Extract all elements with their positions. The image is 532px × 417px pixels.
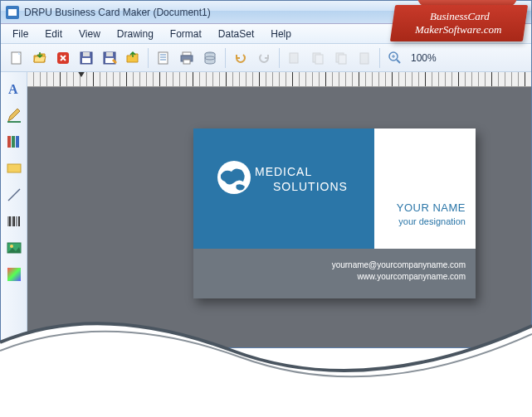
svg-rect-24 [360,53,368,64]
horizontal-ruler[interactable] [27,72,531,87]
save-button[interactable] [76,47,97,69]
paste-button[interactable] [330,47,352,69]
svg-rect-14 [183,52,191,56]
svg-rect-6 [82,58,90,63]
open-button[interactable] [29,47,51,69]
svg-line-35 [8,189,20,201]
database-button[interactable] [199,47,221,69]
barcode-tool[interactable] [4,211,24,231]
app-window: DRPU Business Card Maker (Document1) Fil… [0,0,532,348]
copy-button[interactable] [307,47,329,69]
card-name: YOUR NAME [397,201,466,214]
print-button[interactable] [176,47,198,69]
globe-icon [217,160,251,195]
svg-rect-5 [83,52,90,56]
svg-rect-31 [7,136,11,148]
new-button[interactable] [6,47,27,69]
svg-rect-44 [7,268,21,281]
rectangle-tool[interactable] [4,158,24,178]
zoom-value[interactable]: 100% [411,52,437,64]
svg-point-43 [10,245,13,248]
ruler-marker-icon [77,72,85,77]
redo-button[interactable] [253,47,275,69]
toolbar-separator [379,48,380,68]
menu-help[interactable]: Help [262,26,300,42]
svg-rect-19 [290,53,298,63]
canvas-wrapper: MEDICAL SOLUTIONS YOUR NAME your designa… [27,72,531,347]
save-as-button[interactable] [99,47,120,69]
side-toolbar: A [1,72,27,347]
svg-rect-10 [159,52,168,64]
svg-rect-23 [339,55,346,64]
card-email: yourname@yourcompanyname.com [332,260,466,269]
cut-button[interactable] [284,47,305,69]
toolbar-separator [148,48,149,68]
business-card[interactable]: MEDICAL SOLUTIONS YOUR NAME your designa… [193,128,476,298]
card-blue-panel: MEDICAL SOLUTIONS [193,128,374,249]
svg-line-26 [397,60,400,63]
svg-text:A: A [8,82,18,96]
toolbar-separator [225,48,226,68]
image-tool[interactable] [4,238,24,258]
ribbon-line2: MakerSoftware.com [415,23,502,36]
app-icon [6,6,19,19]
design-canvas[interactable]: MEDICAL SOLUTIONS YOUR NAME your designa… [27,87,531,347]
card-title-line1: MEDICAL [255,165,312,178]
card-website: www.yourcompanyname.com [357,272,466,281]
pencil-tool[interactable] [4,105,24,125]
menu-view[interactable]: View [71,26,109,42]
svg-rect-16 [183,60,190,64]
svg-rect-8 [106,52,113,56]
promo-ribbon: BusinessCard MakerSoftware.com [384,0,525,51]
card-white-panel: YOUR NAME your designation [374,128,476,249]
menu-dataset[interactable]: DataSet [210,26,262,42]
ribbon-line1: BusinessCard [430,10,490,23]
work-area: A MEDICAL SOLUTIONS YOUR [1,72,531,347]
card-title-line2: SOLUTIONS [273,180,348,193]
card-bottom-panel: yourname@yourcompanyname.com www.yourcom… [193,249,476,298]
properties-button[interactable] [153,47,174,69]
toolbar-separator [279,48,280,68]
library-tool[interactable] [4,132,24,152]
svg-rect-1 [8,9,17,16]
menu-edit[interactable]: Edit [37,26,71,42]
export-button[interactable] [122,47,144,69]
card-designation: your designation [398,216,466,226]
line-tool[interactable] [4,185,24,205]
svg-rect-32 [12,136,15,148]
svg-rect-34 [7,164,21,172]
close-button[interactable] [52,47,74,69]
window-title: DRPU Business Card Maker (Document1) [24,7,211,18]
text-tool[interactable]: A [4,79,24,99]
menu-format[interactable]: Format [162,26,210,42]
menu-file[interactable]: File [4,26,37,42]
svg-rect-21 [315,55,323,64]
undo-button[interactable] [230,47,251,69]
menu-drawing[interactable]: Drawing [109,26,162,42]
delete-button[interactable] [354,47,375,69]
svg-rect-33 [16,136,19,148]
color-tool[interactable] [4,264,24,284]
